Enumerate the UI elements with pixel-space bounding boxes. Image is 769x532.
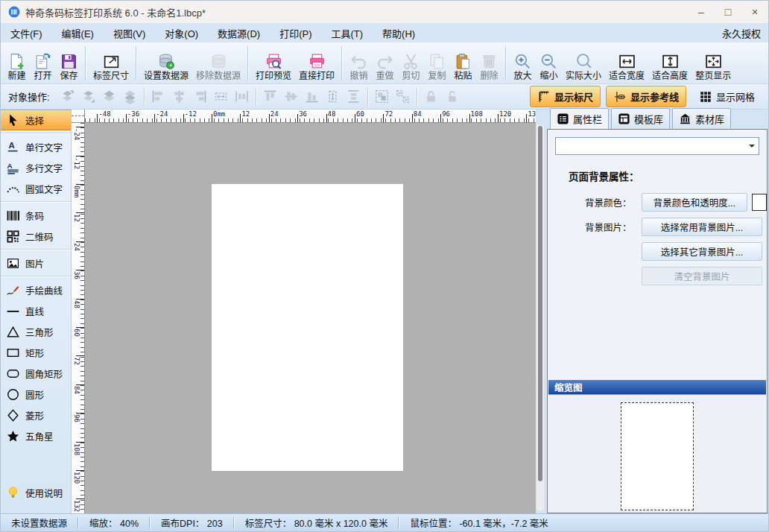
tool-barcode[interactable]: 条码 xyxy=(1,205,71,226)
ungroup-button[interactable] xyxy=(393,87,414,107)
help-button[interactable]: 使用说明 xyxy=(1,482,71,503)
tool-select-arrow[interactable]: 选择 xyxy=(1,110,71,130)
bulb-icon xyxy=(4,486,22,500)
same-width-button[interactable] xyxy=(211,87,232,107)
toggle-show-guideline[interactable]: 显示参考线 xyxy=(606,86,686,107)
copy-button[interactable]: 复制 xyxy=(424,43,450,83)
ruler-icon xyxy=(537,90,551,104)
open-doc-button[interactable]: 打开 xyxy=(30,43,56,83)
menu-item-4[interactable]: 数据源(D) xyxy=(208,23,270,42)
send-backward-button[interactable] xyxy=(120,87,141,107)
same-height-button[interactable] xyxy=(323,87,344,107)
pencil-icon xyxy=(4,283,22,297)
thumbnail-header: 缩览图 xyxy=(548,380,766,394)
fit-width-icon xyxy=(618,52,636,71)
close-button[interactable]: × xyxy=(741,1,768,23)
bring-to-front-button[interactable] xyxy=(57,87,78,107)
delete-button[interactable]: 删除 xyxy=(476,43,502,83)
scrollbar-thumb[interactable] xyxy=(538,126,542,481)
set-datasource-button[interactable]: 设置数据源 xyxy=(140,43,192,83)
actual-size-button[interactable]: 实际大小 xyxy=(562,43,605,83)
ruler-major-tick xyxy=(76,156,84,156)
fit-page-button[interactable]: 整页显示 xyxy=(692,43,735,83)
ruler-label: 60 xyxy=(73,329,80,337)
align-left-button[interactable] xyxy=(148,87,169,107)
menu-item-6[interactable]: 工具(T) xyxy=(321,23,373,42)
save-button[interactable]: 保存 xyxy=(56,43,82,83)
ruler-label: 12 xyxy=(73,214,80,222)
tool-rect[interactable]: 矩形 xyxy=(1,342,71,363)
tab-properties[interactable]: 属性栏 xyxy=(550,108,609,129)
menu-item-2[interactable]: 视图(V) xyxy=(104,23,155,42)
tool-single-text[interactable]: A单行文字 xyxy=(1,136,71,157)
tool-rounded-rect[interactable]: 圆角矩形 xyxy=(1,363,71,384)
send-to-back-button[interactable] xyxy=(78,87,99,107)
menu-bar: 文件(F)编辑(E)视图(V)对象(O)数据源(D)打印(P)工具(T)帮助(H… xyxy=(1,23,768,42)
align-middle-button[interactable] xyxy=(281,87,302,107)
select-arrow-icon xyxy=(4,113,22,127)
menu-item-7[interactable]: 帮助(H) xyxy=(373,23,425,42)
menu-item-0[interactable]: 文件(F) xyxy=(1,23,52,42)
tool-star[interactable]: 五角星 xyxy=(1,425,71,446)
undo-button[interactable]: 撤销 xyxy=(346,43,372,83)
print-preview-button[interactable]: 打印预览 xyxy=(252,43,295,83)
paste-button[interactable]: 粘贴 xyxy=(450,43,476,83)
tab-template[interactable]: 模板库 xyxy=(611,108,670,129)
panel-button-1[interactable]: 选择常用背景图片... xyxy=(642,218,762,236)
remove-datasource-button[interactable]: 移除数据源 xyxy=(192,43,244,83)
tool-line[interactable]: 直线 xyxy=(1,300,71,321)
tool-multi-text[interactable]: A多行文字 xyxy=(1,157,71,178)
toolbar-separator xyxy=(247,46,249,80)
label-page[interactable] xyxy=(212,184,403,471)
fit-width-button[interactable]: 适合宽度 xyxy=(605,43,648,83)
ruler-label: 96 xyxy=(73,414,80,422)
properties-panel: 页面背景属性： 背景颜色：背景颜色和透明度...背景图片：选择常用背景图片...… xyxy=(547,129,768,513)
tool-diamond[interactable]: 菱形 xyxy=(1,405,71,425)
panel-button-0[interactable]: 背景颜色和透明度... xyxy=(642,193,747,212)
chevron-down-icon[interactable] xyxy=(745,139,758,153)
maximize-button[interactable]: □ xyxy=(715,1,741,23)
tool-pencil[interactable]: 手绘曲线 xyxy=(1,279,71,300)
distribute-h-button[interactable] xyxy=(232,87,253,107)
minimize-button[interactable]: – xyxy=(688,1,715,23)
window-controls: – □ × xyxy=(688,1,768,23)
menu-item-3[interactable]: 对象(O) xyxy=(155,23,208,42)
distribute-v-button[interactable] xyxy=(344,87,364,107)
cut-button[interactable]: 剪切 xyxy=(398,43,424,83)
align-center-h-button[interactable] xyxy=(169,87,190,107)
group-button[interactable] xyxy=(372,87,393,107)
toggle-label: 显示参考线 xyxy=(630,89,679,104)
vertical-scrollbar[interactable] xyxy=(537,124,544,510)
tab-material[interactable]: 素材库 xyxy=(672,108,731,129)
fit-height-button[interactable]: 适合高度 xyxy=(648,43,692,83)
tool-list: 选择A单行文字A多行文字圆弧文字条码二维码图片手绘曲线直线三角形矩形圆角矩形圆形… xyxy=(1,110,71,446)
lock-button[interactable] xyxy=(421,87,442,107)
direct-print-button[interactable]: 直接打印 xyxy=(295,43,338,83)
zoom-in-button[interactable]: 放大 xyxy=(510,43,536,83)
menu-item-1[interactable]: 编辑(E) xyxy=(52,23,104,42)
toggle-show-grid[interactable]: 显示网格 xyxy=(692,86,762,107)
design-canvas[interactable] xyxy=(85,123,536,513)
tool-triangle[interactable]: 三角形 xyxy=(1,321,71,342)
bring-forward-button[interactable] xyxy=(99,87,120,107)
align-top-button[interactable] xyxy=(260,87,281,107)
redo-button[interactable]: 重做 xyxy=(372,43,398,83)
tool-picture[interactable]: 图片 xyxy=(1,253,71,273)
delete-icon xyxy=(480,52,499,71)
tool-arc-text[interactable]: 圆弧文字 xyxy=(1,178,71,199)
status-bar: 未设置数据源缩放： 40%画布DPI： 203标签尺寸： 80.0 毫米 x 1… xyxy=(1,513,768,531)
save-icon xyxy=(60,52,78,71)
align-right-button[interactable] xyxy=(190,87,211,107)
unlock-button[interactable] xyxy=(442,87,463,107)
new-doc-button[interactable]: 新建 xyxy=(4,43,30,83)
panel-button-2[interactable]: 选择其它背景图片... xyxy=(642,242,762,261)
tool-circle[interactable]: 圆形 xyxy=(1,384,71,405)
background-color-swatch[interactable] xyxy=(752,194,767,211)
label-size-button[interactable]: 标签尺寸 xyxy=(89,43,133,83)
object-selector-combobox[interactable] xyxy=(555,137,759,155)
tool-qrcode[interactable]: 二维码 xyxy=(1,226,71,247)
toggle-show-ruler[interactable]: 显示标尺 xyxy=(530,86,601,107)
menu-item-5[interactable]: 打印(P) xyxy=(270,23,321,42)
align-bottom-button[interactable] xyxy=(302,87,323,107)
zoom-out-button[interactable]: 缩小 xyxy=(536,43,562,83)
